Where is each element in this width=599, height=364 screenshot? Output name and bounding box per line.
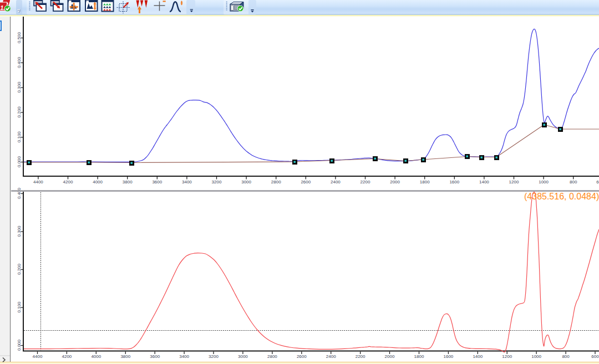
svg-text:0.100: 0.100 [17,301,22,313]
svg-text:0.000: 0.000 [17,339,22,351]
svg-text:3200: 3200 [209,354,219,359]
svg-text:2600: 2600 [301,180,311,184]
svg-text:1200: 1200 [509,180,519,184]
svg-text:1800: 1800 [414,354,424,359]
svg-text:600: 600 [591,354,599,359]
svg-text:0.300: 0.300 [17,225,22,237]
svg-text:1000: 1000 [539,180,549,184]
svg-text:3800: 3800 [123,180,133,184]
svg-text:2800: 2800 [271,180,281,184]
svg-text:3000: 3000 [238,354,248,359]
svg-text:1600: 1600 [449,180,459,184]
svg-text:3600: 3600 [150,354,160,359]
svg-text:4200: 4200 [63,180,73,184]
svg-text:4000: 4000 [91,354,101,359]
svg-text:800: 800 [570,180,577,184]
svg-text:3400: 3400 [179,354,189,359]
svg-text:1400: 1400 [479,180,489,184]
svg-text:2800: 2800 [267,354,277,359]
svg-text:1200: 1200 [502,354,512,359]
svg-text:3800: 3800 [120,354,130,359]
svg-text:2000: 2000 [390,180,400,184]
svg-text:4200: 4200 [62,354,72,359]
svg-text:2600: 2600 [297,354,307,359]
svg-text:0.300: 0.300 [17,81,22,93]
svg-text:4400: 4400 [33,354,43,359]
svg-text:0.200: 0.200 [17,106,22,118]
svg-text:3600: 3600 [152,180,162,184]
svg-text:3400: 3400 [182,180,192,184]
svg-text:0.400: 0.400 [17,187,22,199]
svg-text:2400: 2400 [331,180,341,184]
svg-text:2400: 2400 [326,354,336,359]
svg-text:800: 800 [562,354,570,359]
svg-text:0.100: 0.100 [17,131,22,143]
svg-text:600: 600 [596,180,599,184]
svg-text:4400: 4400 [33,180,43,184]
svg-text:2200: 2200 [356,354,366,359]
svg-text:3000: 3000 [241,180,251,184]
svg-text:0.000: 0.000 [17,156,22,167]
svg-text:0.400: 0.400 [17,57,22,68]
svg-text:2000: 2000 [385,354,395,359]
svg-text:1400: 1400 [473,354,483,359]
svg-text:(4385.516, 0.0484): (4385.516, 0.0484) [524,192,599,201]
svg-text:1800: 1800 [420,180,430,184]
svg-text:0.500: 0.500 [17,32,22,43]
svg-text:1600: 1600 [444,354,454,359]
svg-text:1000: 1000 [531,354,541,359]
svg-text:4000: 4000 [93,180,103,184]
svg-text:0.200: 0.200 [17,263,22,275]
svg-text:3200: 3200 [212,180,222,184]
svg-text:2200: 2200 [361,180,370,184]
